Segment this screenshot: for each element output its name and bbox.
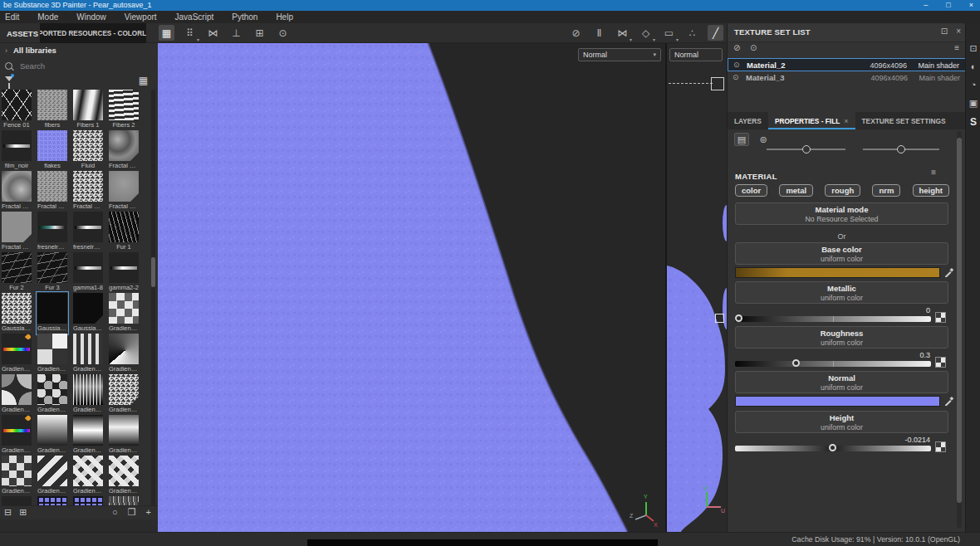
asset-thumbnail[interactable] — [37, 374, 67, 405]
particles-icon[interactable]: ∴ — [684, 25, 700, 41]
asset-thumbnail[interactable] — [2, 252, 32, 283]
texture-set-icon[interactable]: ▣ — [966, 98, 980, 109]
fill-paint-mode-icon[interactable]: ⊚ — [756, 133, 771, 146]
asset-thumbnail[interactable] — [2, 374, 32, 405]
height-value[interactable]: -0.0214 — [904, 436, 930, 444]
visibility-eye-icon[interactable]: ⊙ — [733, 61, 740, 69]
asset-item[interactable]: Fluid — [73, 130, 103, 171]
refresh-circle-icon[interactable]: ○ — [112, 506, 118, 519]
channel-toggle-button[interactable]: metal — [779, 184, 813, 197]
tab-properties-fill[interactable]: PROPERTIES - FILL × — [768, 112, 855, 129]
metallic-value[interactable]: 0 — [926, 306, 930, 314]
metallic-slider[interactable] — [735, 314, 931, 323]
history-clock-icon[interactable]: ◔ — [966, 80, 980, 90]
asset-thumbnail[interactable] — [2, 171, 32, 202]
eyedropper-icon[interactable] — [944, 396, 954, 406]
asset-thumbnail[interactable] — [109, 171, 139, 202]
menu-item[interactable]: Python — [232, 12, 257, 22]
asset-item[interactable]: Fractal Su... — [2, 171, 32, 212]
add-asset-button[interactable]: + — [146, 506, 151, 519]
properties-scrollbar-thumb[interactable] — [957, 138, 962, 503]
grid-view-icon[interactable]: ▦ — [159, 25, 174, 41]
height-button[interactable]: Height uniform color — [735, 411, 948, 433]
asset-thumbnail[interactable] — [2, 90, 32, 120]
asset-item[interactable]: Fractal Su... — [109, 130, 139, 171]
asset-item[interactable]: fresnelrang... — [37, 212, 67, 252]
symmetry-icon[interactable]: ⋈ — [205, 25, 221, 41]
uv-selection-square[interactable] — [715, 314, 724, 323]
asset-item[interactable]: Gradient Li... — [109, 415, 139, 456]
normal-color-swatch[interactable] — [735, 396, 940, 407]
channel-toggle-button[interactable]: nrm — [872, 184, 900, 197]
asset-item[interactable]: gamma1-8 — [73, 252, 103, 293]
asset-thumbnail[interactable] — [109, 130, 139, 161]
asset-item[interactable]: Gradient Fl... — [109, 374, 139, 415]
channel-toggle-button[interactable]: color — [735, 184, 767, 197]
asset-item[interactable]: gamma2-2 — [109, 252, 139, 293]
texture-set-row[interactable]: ⊙ Material_2 4096x4096 Main shader — [728, 58, 966, 71]
list-view-icon[interactable]: ⊟ — [4, 506, 12, 519]
asset-thumbnail[interactable] — [73, 90, 103, 120]
asset-thumbnail[interactable] — [109, 374, 139, 405]
asset-thumbnail[interactable] — [37, 252, 67, 283]
asset-thumbnail[interactable] — [109, 415, 139, 446]
asset-item[interactable]: Gradient D... — [37, 374, 67, 415]
shader-dropdown-3d[interactable]: Normal ▾ — [578, 48, 661, 61]
minimize-button[interactable]: – — [924, 0, 928, 11]
uv-marquee-handle[interactable] — [711, 77, 724, 90]
close-panel-icon[interactable]: × — [956, 27, 961, 36]
base-color-swatch[interactable] — [735, 267, 940, 278]
tab-close-icon[interactable]: × — [844, 117, 848, 125]
menu-item[interactable]: Viewport — [125, 12, 157, 22]
roughness-button[interactable]: Roughness uniform color — [735, 326, 948, 349]
pear-uv-island[interactable] — [667, 43, 727, 532]
asset-thumbnail[interactable] — [2, 334, 32, 364]
asset-thumbnail[interactable] — [73, 252, 103, 283]
channel-export-checker-icon[interactable] — [935, 441, 946, 452]
asset-thumbnail[interactable] — [37, 456, 67, 486]
asset-thumbnail[interactable] — [109, 252, 139, 283]
plumb-snap-icon[interactable]: ⊥ — [228, 25, 244, 41]
assets-scrollbar[interactable] — [151, 90, 155, 519]
slider-handle[interactable] — [897, 145, 905, 154]
material-mode-button[interactable]: Material mode No Resource Selected — [735, 202, 948, 225]
asset-item[interactable]: film_noir — [2, 130, 32, 171]
menu-item[interactable]: JavaScript — [175, 12, 214, 22]
asset-thumbnail[interactable] — [73, 334, 103, 364]
new-folder-icon[interactable]: ❒ — [128, 506, 136, 519]
roughness-slider[interactable] — [735, 359, 931, 368]
tab-texture-set-settings[interactable]: TEXTURE SET SETTINGS — [855, 112, 953, 129]
asset-item[interactable]: Gaussian S... — [37, 293, 67, 334]
slider-handle[interactable] — [735, 314, 742, 322]
asset-item[interactable]: Gradient ... — [2, 456, 32, 496]
slider-handle[interactable] — [802, 145, 811, 154]
channel-toggle-button[interactable]: height — [913, 184, 950, 197]
asset-thumbnail[interactable] — [73, 415, 103, 446]
asset-item[interactable]: Gradient Li... — [73, 415, 103, 456]
asset-item[interactable]: Fibers 1 — [73, 90, 103, 130]
asset-item[interactable]: Gradient Li... — [37, 415, 67, 456]
asset-item[interactable]: fresnelrang... — [73, 212, 103, 252]
assets-scrollbar-thumb[interactable] — [151, 257, 155, 287]
tab-imported-resources[interactable]: IMPORTED RESOURCES - COLORLUT — [40, 23, 146, 43]
asset-thumbnail[interactable] — [73, 293, 103, 324]
asset-item[interactable]: Gradient Cl... — [109, 334, 139, 374]
asset-thumbnail[interactable] — [37, 212, 67, 242]
asset-item[interactable]: Fur 2 — [2, 252, 32, 293]
asset-thumbnail[interactable] — [2, 415, 32, 446]
properties-scrollbar[interactable] — [957, 131, 962, 528]
asset-thumbnail[interactable] — [37, 334, 67, 364]
fill-material-mode-icon[interactable]: ▤ — [734, 133, 749, 146]
camera-mode-icon[interactable]: ▭▾ — [661, 25, 677, 41]
asset-item[interactable]: flakes — [37, 130, 67, 171]
asset-item[interactable]: Gradient B... — [2, 334, 32, 374]
asset-thumbnail[interactable] — [2, 130, 32, 161]
asset-thumbnail[interactable] — [73, 130, 103, 161]
menu-item[interactable]: Edit — [5, 12, 19, 22]
viewport-2d[interactable]: Normal V U — [667, 43, 727, 532]
asset-item[interactable]: Gradient Dot — [73, 374, 103, 415]
asset-item[interactable]: fibers — [37, 90, 67, 130]
slider-handle[interactable] — [829, 444, 836, 451]
detail-view-icon[interactable]: ⊞ — [19, 506, 27, 519]
texture-set-row[interactable]: ⊙ Material_3 4096x4096 Main shader — [728, 71, 966, 85]
